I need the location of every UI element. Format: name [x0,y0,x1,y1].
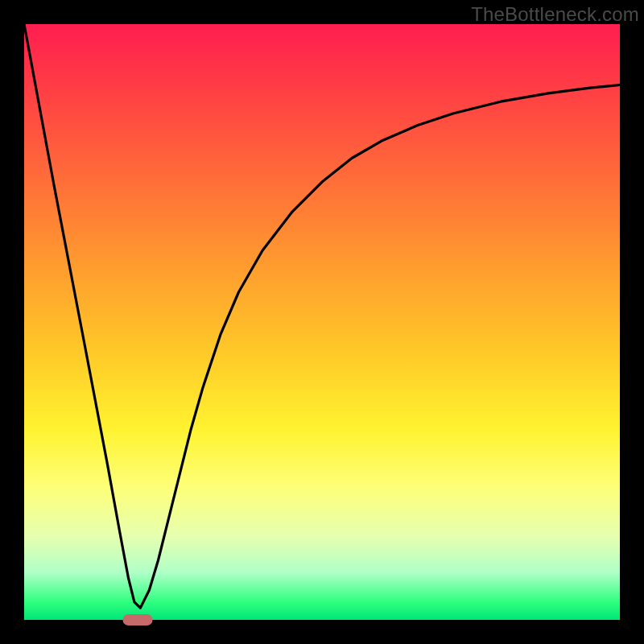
chart-curve-path [24,24,620,608]
chart-curve [24,24,620,620]
chart-outer-frame: TheBottleneck.com [0,0,644,644]
chart-min-marker [122,614,152,625]
watermark-text: TheBottleneck.com [471,3,639,26]
chart-plot-area [24,24,620,620]
